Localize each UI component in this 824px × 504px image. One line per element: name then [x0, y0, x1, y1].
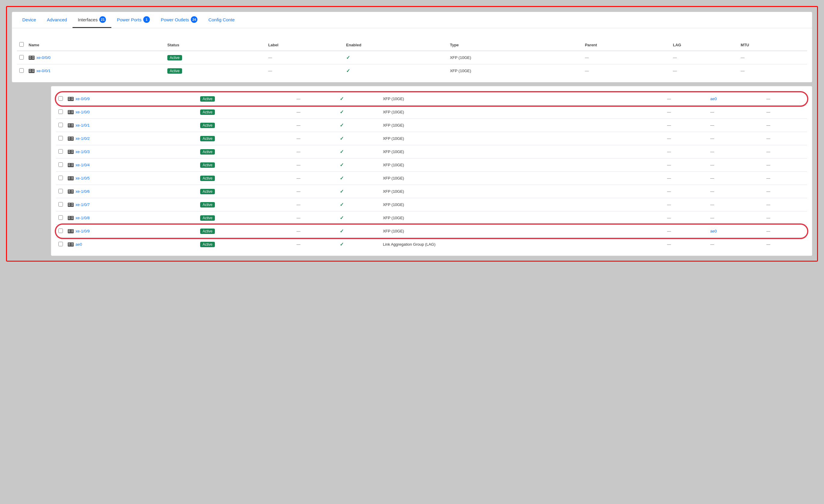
mtu-value: —	[766, 176, 770, 180]
status-badge: Active	[200, 202, 215, 208]
interface-name-link[interactable]: xe-1/0/1	[76, 123, 90, 127]
interface-name-link[interactable]: xe-1/0/8	[76, 216, 90, 220]
interface-name-link[interactable]: xe-0/0/1	[36, 69, 50, 73]
svg-rect-66	[68, 243, 70, 244]
tab-device[interactable]: Device	[17, 12, 41, 28]
interface-name-link[interactable]: xe-1/0/2	[76, 136, 90, 141]
row-enabled-cell: ✓	[344, 51, 447, 65]
row-name-cell: xe-0/0/0	[26, 51, 165, 65]
svg-rect-62	[68, 231, 70, 232]
interface-name-link[interactable]: xe-0/0/0	[36, 55, 50, 60]
row-type-cell: XFP (10GE)	[447, 65, 582, 78]
interface-name-link[interactable]: xe-1/0/7	[76, 203, 90, 207]
row-checkbox[interactable]	[59, 123, 63, 127]
tab-interfaces[interactable]: Interfaces 21	[73, 12, 112, 28]
interface-name-link[interactable]: xe-1/0/4	[76, 163, 90, 167]
interface-name: xe-0/0/1	[28, 69, 163, 73]
row-checkbox[interactable]	[59, 242, 63, 246]
row-checkbox[interactable]	[59, 215, 63, 220]
bottom-table-section: xe-0/0/9 Active — ✓ XFP (10GE) — ae0 —	[51, 86, 812, 256]
svg-rect-21	[68, 124, 70, 125]
row-lag-cell: —	[708, 185, 764, 198]
tab-config-conte[interactable]: Config Conte	[203, 12, 240, 28]
row-label-cell: —	[294, 185, 337, 198]
row-type-cell: XFP (10GE)	[447, 51, 582, 65]
row-status-cell: Active	[198, 198, 294, 212]
row-mtu-cell: —	[764, 185, 807, 198]
parent-value: —	[667, 216, 671, 220]
row-mtu-cell: —	[764, 172, 807, 185]
status-badge: Active	[200, 149, 215, 154]
interface-name-link[interactable]: xe-1/0/3	[76, 149, 90, 154]
row-name-cell: ae0	[65, 238, 198, 251]
label-value: —	[296, 110, 300, 114]
row-checkbox[interactable]	[59, 175, 63, 180]
lag-value: —	[673, 55, 677, 60]
tab-power-outlets[interactable]: Power Outlets 24	[155, 12, 203, 28]
row-checkbox[interactable]	[19, 68, 24, 73]
interface-name-link[interactable]: xe-1/0/5	[76, 176, 90, 180]
tab-advanced[interactable]: Advanced	[41, 12, 73, 28]
row-parent-cell: —	[665, 106, 708, 119]
row-checkbox[interactable]	[59, 136, 63, 140]
parent-value: —	[667, 242, 671, 247]
row-mtu-cell: —	[764, 119, 807, 132]
mtu-value: —	[741, 55, 744, 60]
row-lag-cell: —	[708, 172, 764, 185]
row-checkbox[interactable]	[59, 149, 63, 154]
mtu-value: —	[766, 216, 770, 220]
row-checkbox[interactable]	[59, 110, 63, 114]
row-label-cell: —	[294, 132, 337, 145]
lag-link[interactable]: ae0	[710, 97, 717, 101]
row-checkbox[interactable]	[19, 55, 24, 59]
parent-value: —	[667, 229, 671, 233]
interface-name: xe-1/0/2	[68, 136, 195, 141]
col-header-type: Type	[447, 39, 582, 51]
interface-name-link[interactable]: xe-1/0/6	[76, 189, 90, 194]
mtu-value: —	[766, 229, 770, 233]
row-name-cell: xe-1/0/7	[65, 198, 198, 212]
row-checkbox[interactable]	[59, 189, 63, 194]
svg-rect-27	[68, 139, 70, 139]
row-lag-cell: ae0	[708, 225, 764, 238]
interface-name-link[interactable]: xe-1/0/9	[76, 229, 90, 233]
table-row: xe-1/0/5 Active — ✓ XFP (10GE) — — —	[56, 172, 807, 185]
row-parent-cell: —	[665, 158, 708, 172]
row-checkbox-cell	[56, 158, 65, 172]
mtu-value: —	[766, 203, 770, 207]
lag-link[interactable]: ae0	[710, 229, 717, 233]
svg-rect-28	[71, 137, 73, 138]
interface-name-link[interactable]: ae0	[76, 242, 82, 247]
table-row: xe-1/0/9 Active — ✓ XFP (10GE) — ae0 —	[56, 225, 807, 238]
row-checkbox[interactable]	[59, 162, 63, 167]
interface-name-link[interactable]: xe-0/0/9	[76, 97, 90, 101]
enabled-checkmark: ✓	[340, 96, 344, 101]
select-all-checkbox[interactable]	[19, 42, 24, 46]
interface-name-link[interactable]: xe-1/0/0	[76, 110, 90, 114]
tab-power-ports[interactable]: Power Ports 1	[111, 12, 155, 28]
interface-icon	[68, 176, 74, 180]
label-value: —	[296, 229, 300, 233]
row-label-cell: —	[294, 212, 337, 225]
row-checkbox[interactable]	[59, 96, 63, 101]
col-header-mtu: MTU	[738, 39, 807, 51]
status-badge: Active	[200, 96, 215, 102]
row-checkbox[interactable]	[59, 202, 63, 207]
svg-rect-4	[32, 58, 34, 58]
svg-rect-17	[68, 112, 70, 113]
row-checkbox[interactable]	[59, 229, 63, 233]
row-type-cell: XFP (10GE)	[381, 106, 664, 119]
row-checkbox-cell	[56, 198, 65, 212]
svg-rect-38	[71, 163, 73, 164]
label-value: —	[296, 216, 300, 220]
mtu-value: —	[741, 69, 744, 73]
row-parent-cell: —	[665, 119, 708, 132]
type-value: XFP (10GE)	[383, 97, 404, 101]
svg-rect-41	[68, 177, 70, 178]
interface-name: xe-1/0/6	[68, 189, 195, 194]
row-type-cell: XFP (10GE)	[381, 92, 664, 106]
table-row: xe-1/0/2 Active — ✓ XFP (10GE) — — —	[56, 132, 807, 145]
row-name-cell: xe-0/0/9	[65, 92, 198, 106]
status-badge: Active	[200, 110, 215, 115]
row-checkbox-cell	[56, 119, 65, 132]
